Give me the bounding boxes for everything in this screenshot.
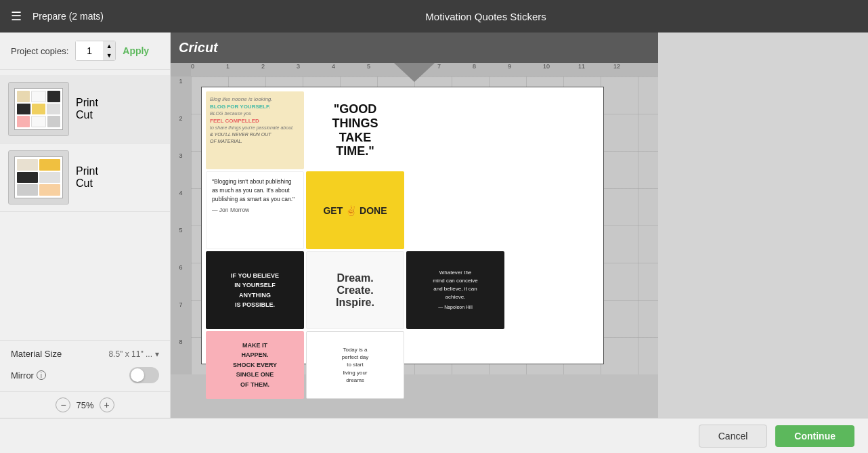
get-it-done-text: GET ✌ DONE (323, 205, 387, 216)
mat-header-bar: Cricut (171, 33, 658, 63)
mat-surface: Blog like noone is looking. BLOG FOR YOU… (191, 77, 658, 374)
document-title: Motivation Quotes Stickers (114, 11, 857, 22)
sticker-empty-3 (406, 331, 504, 399)
project-copies-section: Project copies: ▲ ▼ Apply (0, 33, 170, 70)
sticker-good-things: "GOODTHINGSTAKETIME." (306, 91, 404, 169)
mirror-toggle[interactable] (129, 367, 159, 383)
ruler-mark-10: 10 (543, 63, 550, 70)
material-size-row: Material Size 8.5" x 11" ... ▾ (11, 349, 159, 359)
ruler-mark-2: 2 (261, 63, 265, 70)
ruler-mark-4: 4 (332, 63, 335, 70)
sticker-dream: Dream.Create.Inspire. (306, 251, 404, 329)
ruler-col-mark-8: 8 (179, 337, 182, 374)
ruler-mark-3: 3 (297, 63, 300, 70)
ruler-mark-12: 12 (613, 63, 620, 70)
sticker-blog: Blog like noone is looking. BLOG FOR YOU… (206, 91, 304, 169)
menu-icon[interactable]: ☰ (11, 9, 22, 24)
mat-container: Cricut 0 1 2 3 4 5 6 7 8 9 10 11 (171, 33, 658, 418)
mat-label-2: Print Cut (76, 165, 98, 190)
ruler-mark-9: 9 (508, 63, 511, 70)
sticker-whatever: Whatever the mind can conceive and belie… (406, 251, 504, 329)
mat-label2-line2: Cut (76, 177, 98, 190)
sidebar: Project copies: ▲ ▼ Apply (0, 33, 171, 418)
mat-label-line2: Cut (76, 109, 98, 121)
material-size-value: 8.5" x 11" ... (108, 349, 152, 359)
footer: Cancel Continue (0, 418, 868, 453)
mat-item-1[interactable]: Print Cut (0, 75, 170, 144)
project-copies-label: Project copies: (11, 46, 68, 56)
ruler-col-mark-5: 5 (179, 225, 182, 263)
copies-input[interactable] (76, 41, 103, 60)
sticker-empty-1 (406, 91, 504, 169)
ruler-mark-8: 8 (473, 63, 476, 70)
mat-thumbnail-2 (8, 150, 69, 204)
chevron-down-icon: ▾ (155, 349, 159, 359)
mat-label2-line1: Print (76, 165, 98, 177)
ruler-mark-0: 0 (191, 63, 194, 70)
copies-down-button[interactable]: ▼ (103, 51, 115, 60)
ruler-mark-11: 11 (578, 63, 585, 70)
mirror-info-icon[interactable]: i (37, 370, 46, 380)
ruler-col-mark-3: 3 (179, 151, 182, 188)
mat-body-row: 1 2 3 4 5 6 7 8 (171, 77, 658, 374)
header-title: Prepare (2 mats) (32, 11, 104, 22)
mat-item-2[interactable]: Print Cut (0, 144, 170, 212)
ruler-col-mark-6: 6 (179, 263, 182, 300)
material-size-select[interactable]: 8.5" x 11" ... ▾ (108, 349, 159, 359)
copies-spinners: ▲ ▼ (103, 41, 115, 60)
mat-triangle (394, 63, 435, 82)
cancel-button[interactable]: Cancel (699, 425, 768, 448)
mat-label-line1: Print (76, 97, 98, 109)
ruler-mark-1: 1 (226, 63, 230, 70)
sticker-today: Today is aperfect dayto startliving your… (306, 331, 404, 399)
ruler-col-mark-1: 1 (179, 77, 182, 114)
zoom-level: 75% (76, 400, 93, 410)
sticker-believe: IF YOU BELIEVEIN YOURSELFANYTHINGIS POSS… (206, 251, 304, 329)
sticker-blogging-quote: "Blogging isn't about publishing as much… (206, 171, 304, 249)
sidebar-bottom: Material Size 8.5" x 11" ... ▾ Mirror i (0, 340, 170, 391)
mirror-label: Mirror i (11, 370, 46, 381)
ruler-corner (171, 63, 191, 77)
ruler-col-mark-7: 7 (179, 300, 182, 337)
ruler-col-mark-4: 4 (179, 188, 182, 225)
mirror-row: Mirror i (11, 367, 159, 383)
ruler-col-mark-2: 2 (179, 114, 182, 151)
zoom-out-button[interactable]: − (56, 397, 70, 412)
copies-up-button[interactable]: ▲ (103, 41, 115, 51)
continue-button[interactable]: Continue (775, 425, 854, 447)
sticker-get-it-done: GET ✌ DONE (306, 171, 404, 249)
ruler-mark-7: 7 (437, 63, 441, 70)
sticker-empty-2 (406, 171, 504, 249)
mat-list: Print Cut (0, 70, 170, 340)
sticker-make-it-happen: MAKE ITHAPPEN.SHOCK EVERYSINGLE ONEOF TH… (206, 331, 304, 399)
cricut-logo: Cricut (179, 40, 218, 56)
mat-label-1: Print Cut (76, 97, 98, 121)
ruler-col: 1 2 3 4 5 6 7 8 (171, 77, 191, 374)
zoom-bar: − 75% + (0, 391, 170, 418)
canvas-area: Cricut 0 1 2 3 4 5 6 7 8 9 10 11 (171, 33, 868, 418)
apply-button[interactable]: Apply (123, 45, 149, 56)
header: ☰ Prepare (2 mats) Motivation Quotes Sti… (0, 0, 868, 33)
mat-white: Blog like noone is looking. BLOG FOR YOU… (201, 87, 604, 364)
material-size-label: Material Size (11, 349, 62, 359)
ruler-mark-5: 5 (367, 63, 370, 70)
main-layout: Project copies: ▲ ▼ Apply (0, 33, 868, 418)
zoom-in-button[interactable]: + (100, 397, 114, 412)
mat-thumbnail-1 (8, 82, 69, 136)
toggle-knob (131, 368, 144, 382)
copies-input-wrap: ▲ ▼ (75, 41, 116, 61)
